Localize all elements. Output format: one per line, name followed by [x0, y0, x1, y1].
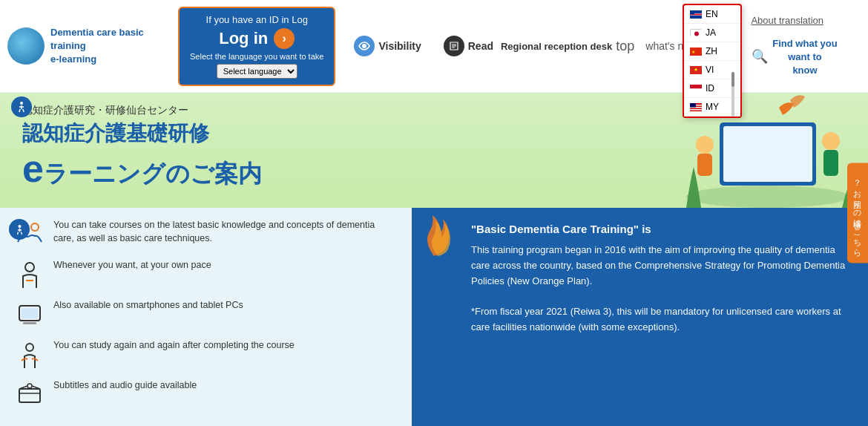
svg-rect-33 [19, 389, 40, 402]
feature-item-5: Subtitles and audio guide available [15, 379, 397, 409]
logo-text: Dementia care basictraininge-learning [50, 26, 144, 67]
right-panel-content: "Basic Dementia Care Training" is This t… [471, 223, 849, 335]
find-text-link[interactable]: Find what you want toknow [764, 37, 846, 78]
read-icon [444, 36, 464, 56]
scroll-thumb [731, 72, 734, 87]
svg-rect-12 [690, 88, 702, 93]
login-box[interactable]: If you have an ID in Log Log in › Select… [178, 7, 335, 86]
accessibility-bottom-icon[interactable] [9, 219, 30, 240]
svg-rect-31 [23, 322, 36, 324]
right-panel-text: This training program began in 2016 with… [471, 243, 849, 335]
feature-text-3: Also available on smartphones and tablet… [53, 299, 243, 312]
feature-text-2: Whenever you want, at your own pace [53, 259, 211, 272]
lang-my-label: MY [706, 102, 719, 112]
logo-icon [7, 27, 45, 65]
feature-item-4: You can study again and again after comp… [15, 339, 397, 369]
flag-my [690, 103, 702, 111]
feature-text-5: Subtitles and audio guide available [53, 379, 197, 393]
svg-rect-24 [823, 150, 838, 176]
feature-icon-2 [15, 259, 45, 289]
top-link[interactable]: top [616, 39, 634, 54]
login-button-text: Log in [219, 29, 268, 48]
left-panel: You can take courses on the latest basic… [0, 208, 412, 426]
login-top-text: If you have an ID in Log [206, 14, 308, 25]
login-arrow-icon: › [274, 28, 295, 49]
svg-text:★: ★ [691, 50, 695, 54]
feature-item-3: Also available on smartphones and tablet… [15, 299, 397, 329]
feature-text-4: You can study again and again after comp… [53, 339, 295, 353]
svg-point-32 [26, 344, 33, 351]
svg-point-36 [18, 225, 21, 228]
visibility-label: Visibility [378, 40, 421, 52]
visibility-nav-item[interactable]: Visibility [354, 36, 421, 56]
scroll-indicator [731, 72, 734, 117]
svg-point-28 [25, 263, 34, 272]
decoration-icon [419, 212, 456, 260]
flag-id [690, 85, 702, 93]
lang-ja-label: JA [706, 27, 716, 38]
svg-rect-16 [690, 109, 702, 111]
lang-en-label: EN [706, 9, 718, 19]
language-select[interactable]: Select language [217, 64, 297, 79]
svg-point-25 [20, 102, 23, 105]
svg-rect-4 [690, 10, 694, 15]
feature-text-1: You can take courses on the latest basic… [53, 219, 397, 245]
flag-ja [690, 29, 702, 37]
main-content: You can take courses on the latest basic… [0, 208, 868, 426]
lang-zh-label: ZH [706, 46, 717, 56]
feature-item-1: You can take courses on the latest basic… [15, 219, 397, 249]
svg-rect-17 [690, 103, 696, 108]
lang-id-label: ID [706, 83, 714, 94]
flag-zh: ★ [690, 47, 702, 56]
svg-rect-11 [690, 85, 702, 89]
header: Dementia care basictraininge-learning If… [0, 0, 868, 93]
regional-reception-link[interactable]: Regional reception desk [501, 41, 612, 52]
about-translation-link[interactable]: About translation [751, 15, 823, 26]
flag-vi [690, 66, 702, 74]
svg-point-35 [27, 384, 32, 388]
svg-point-23 [822, 132, 840, 150]
feature-icon-3 [15, 299, 45, 329]
read-nav-item[interactable]: Read [444, 36, 493, 56]
svg-point-18 [686, 186, 849, 208]
svg-point-21 [696, 136, 714, 154]
nav-links: Regional reception desk [501, 41, 612, 52]
feature-item-2: Whenever you want, at your own pace [15, 259, 397, 289]
right-panel: "Basic Dementia Care Training" is This t… [412, 208, 868, 426]
lang-option-en[interactable]: EN [684, 5, 740, 24]
nav-icons-area: Visibility Read [354, 36, 493, 56]
help-side-button[interactable]: ？ お困りの場合はこちら [847, 163, 869, 263]
lang-option-zh[interactable]: ★ ZH [684, 42, 740, 61]
svg-point-6 [694, 31, 699, 36]
logo-area: Dementia care basictraininge-learning [7, 26, 171, 67]
login-sub-text: Select the language you want to take [190, 52, 323, 61]
read-label: Read [468, 40, 493, 52]
login-button-row[interactable]: Log in › [219, 28, 295, 49]
flag-en [690, 10, 702, 19]
hero-title-rest: ラーニングのご案内 [44, 158, 262, 191]
lang-option-ja[interactable]: JA [684, 24, 740, 42]
svg-rect-22 [697, 154, 712, 176]
svg-point-0 [362, 44, 366, 48]
language-dropdown[interactable]: EN JA ★ ZH VI ID [683, 4, 742, 118]
feature-icon-5 [15, 379, 45, 409]
svg-rect-20 [723, 126, 812, 182]
svg-point-27 [31, 223, 39, 231]
feature-icon-4 [15, 339, 45, 369]
hero-e-letter: e [22, 146, 44, 191]
right-panel-title: "Basic Dementia Care Training" is [471, 223, 849, 235]
lang-vi-label: VI [706, 65, 714, 75]
svg-rect-30 [22, 308, 38, 318]
visibility-icon [354, 36, 375, 56]
accessibility-icon[interactable] [11, 96, 32, 117]
